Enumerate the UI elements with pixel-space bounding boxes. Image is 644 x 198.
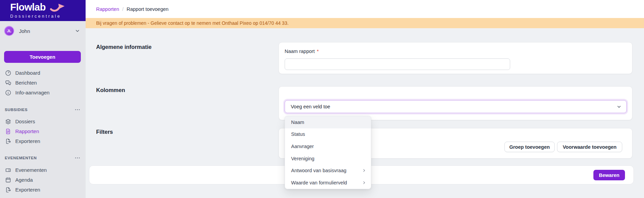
sidebar-section-evenementen: EVENEMENTEN <box>0 153 86 163</box>
dropdown-option-aanvrager[interactable]: Aanvrager <box>285 140 371 152</box>
sidebar-item-exporteren-subsidies[interactable]: Exporteren <box>0 136 86 146</box>
sidebar-item-dossiers[interactable]: Dossiers <box>0 116 86 126</box>
user-menu[interactable]: JL John <box>0 22 86 39</box>
sidebar: Flowlab Dossiercentrale JL John Toevoege… <box>0 0 86 198</box>
dropdown-option-vereniging[interactable]: Vereniging <box>285 152 371 165</box>
breadcrumb-separator: / <box>122 6 124 12</box>
swoosh-arrow-icon <box>50 2 68 13</box>
ticket-icon <box>5 167 12 174</box>
section-title: EVENEMENTEN <box>5 156 37 160</box>
dropdown-option-naam[interactable]: Naam <box>285 116 371 128</box>
sidebar-item-rapporten[interactable]: Rapporten <box>0 126 86 136</box>
sidebar-item-agenda[interactable]: Agenda <box>0 175 86 185</box>
naam-rapport-label-text: Naam rapport <box>285 49 315 54</box>
form-content: Algemene informatie Naam rapport* Kolomm… <box>86 28 644 198</box>
document-icon <box>5 128 12 135</box>
section-title-kolommen: Kolommen <box>96 87 125 93</box>
veld-select-value: Voeg een veld toe <box>291 104 616 109</box>
app-window: Flowlab Dossiercentrale JL John Toevoege… <box>0 0 644 198</box>
chevron-down-icon <box>75 28 80 34</box>
section-title-filters: Filters <box>96 129 113 135</box>
sidebar-menu-subsidies: Dossiers Rapporten Exporteren <box>0 116 86 146</box>
gauge-icon <box>5 70 12 76</box>
main-area: Rapporten / Rapport toevoegen Bij vragen… <box>86 0 644 198</box>
avatar: JL <box>4 26 14 36</box>
export-icon <box>5 138 12 145</box>
veld-dropdown-menu: Naam Status Aanvrager Vereniging Antwoor… <box>285 116 371 189</box>
export-icon <box>5 186 12 193</box>
naam-rapport-label: Naam rapport* <box>285 49 319 54</box>
breadcrumb-current: Rapport toevoegen <box>127 6 168 12</box>
brand-name: Flowlab <box>10 2 46 13</box>
brand-logo: Flowlab Dossiercentrale <box>0 0 86 21</box>
sidebar-item-evenementen[interactable]: Evenementen <box>0 165 86 175</box>
required-asterisk: * <box>317 49 319 54</box>
calendar-icon <box>5 177 12 183</box>
sidebar-item-berichten[interactable]: Berichten <box>0 78 86 88</box>
groep-toevoegen-button[interactable]: Groep toevoegen <box>504 142 555 152</box>
bewaren-button[interactable]: Bewaren <box>593 170 625 180</box>
naam-rapport-input[interactable] <box>285 58 510 70</box>
breadcrumb-rapporten-link[interactable]: Rapporten <box>96 6 119 12</box>
section-title-algemene-informatie: Algemene informatie <box>96 44 151 50</box>
sidebar-item-label: Rapporten <box>15 128 39 134</box>
stack-icon <box>5 118 12 125</box>
chevron-right-icon <box>362 168 366 173</box>
brand-subtitle: Dossiercentrale <box>10 14 61 19</box>
sidebar-menu: Dashboard Berichten Info-aanvragen <box>0 68 86 97</box>
user-name: John <box>19 28 75 34</box>
ellipsis-icon[interactable] <box>75 157 80 159</box>
dropdown-option-status[interactable]: Status <box>285 128 371 141</box>
sidebar-item-exporteren-evenementen[interactable]: Exporteren <box>0 185 86 195</box>
sidebar-section-subsidies: SUBSIDIES <box>0 105 86 114</box>
dropdown-option-antwoord-van-basisvraag[interactable]: Antwoord van basisvraag <box>285 164 371 177</box>
veld-select[interactable]: Voeg een veld toe <box>285 100 627 113</box>
topbar: Rapporten / Rapport toevoegen <box>86 0 644 18</box>
notice-banner: Bij vragen of problemen - Gelieve contac… <box>86 18 644 28</box>
chevron-right-icon <box>362 181 366 185</box>
dropdown-option-waarde-van-formulierveld[interactable]: Waarde van formulierveld <box>285 177 371 189</box>
ellipsis-icon[interactable] <box>75 109 80 111</box>
sidebar-item-dashboard[interactable]: Dashboard <box>0 68 86 78</box>
sidebar-item-label: Exporteren <box>15 187 40 193</box>
add-button[interactable]: Toevoegen <box>4 51 81 63</box>
chevron-down-icon <box>616 104 622 109</box>
chat-bubbles-icon <box>5 79 12 86</box>
sidebar-item-label: Info-aanvragen <box>15 90 50 95</box>
sidebar-item-label: Dossiers <box>15 119 35 124</box>
sidebar-item-label: Exporteren <box>15 138 40 144</box>
sidebar-item-label: Evenementen <box>15 167 47 173</box>
sidebar-item-label: Agenda <box>15 177 33 183</box>
info-circle-icon <box>5 89 12 96</box>
section-title: SUBSIDIES <box>5 108 28 112</box>
sidebar-item-info-aanvragen[interactable]: Info-aanvragen <box>0 88 86 97</box>
sidebar-menu-evenementen: Evenementen Agenda Exporteren <box>0 165 86 195</box>
sidebar-item-label: Berichten <box>15 80 37 86</box>
sidebar-item-label: Dashboard <box>15 70 40 76</box>
voorwaarde-toevoegen-button[interactable]: Voorwaarde toevoegen <box>557 142 622 152</box>
breadcrumb: Rapporten / Rapport toevoegen <box>96 6 168 12</box>
